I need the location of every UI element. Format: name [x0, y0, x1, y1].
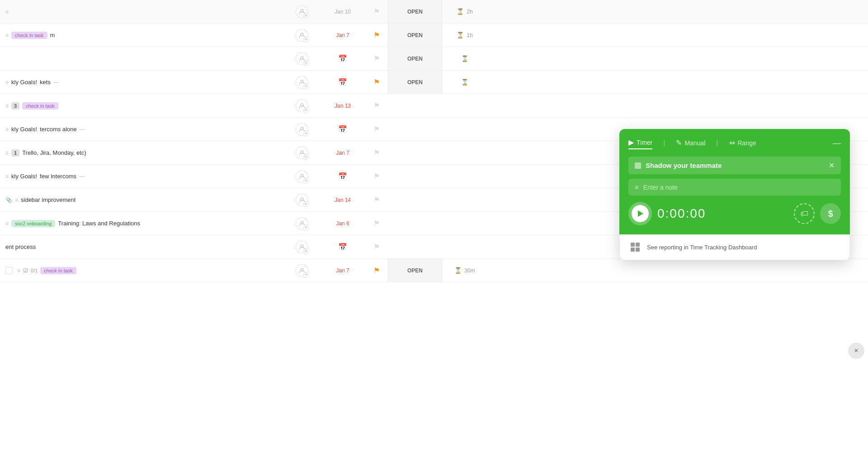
tab-timer-label: Timer [637, 139, 652, 146]
task-name-area: ≡3check in task [4, 102, 284, 110]
task-section-menu[interactable]: — [80, 126, 85, 133]
priority-flag-icon[interactable]: ⚑ [373, 196, 380, 204]
task-name-area: ≡kly Goals!few Intercoms— [4, 173, 284, 180]
timer-task-close-button[interactable]: ✕ [829, 161, 835, 170]
timer-billable-button[interactable]: $ [820, 203, 841, 224]
time-estimate: 1h [467, 32, 472, 38]
timer-tag-button[interactable]: 🏷 [794, 203, 815, 224]
row-menu-icon[interactable]: ≡ [5, 103, 9, 109]
calendar-icon[interactable]: 📅 [338, 243, 347, 251]
calendar-icon[interactable]: 📅 [338, 125, 347, 133]
priority-flag-icon[interactable]: ⚑ [373, 266, 380, 275]
assignee-avatar[interactable]: + [296, 123, 308, 136]
date-column: Jan 10 [320, 9, 365, 15]
grid-cell-4 [636, 248, 640, 252]
tab-timer[interactable]: ▶ Timer [628, 136, 652, 149]
calendar-icon[interactable]: 📅 [338, 55, 347, 62]
assignee-avatar[interactable]: + [296, 76, 308, 89]
date-column: Jan 7 [320, 32, 365, 38]
add-assignee-plus: + [303, 131, 309, 136]
assignee-avatar[interactable]: + [296, 264, 308, 277]
task-status-square [635, 162, 641, 169]
tab-range[interactable]: ⇔ Range [729, 137, 756, 149]
manual-edit-icon: ✎ [676, 138, 682, 147]
flag-column: ⚑ [365, 243, 388, 251]
flag-column: ⚑ [365, 266, 388, 275]
priority-flag-icon[interactable]: ⚑ [373, 172, 380, 181]
status-column[interactable]: OPEN [388, 47, 442, 70]
task-name-text: Training: Laws and Regulations [58, 220, 140, 227]
priority-flag-icon[interactable]: ⚑ [373, 54, 380, 63]
status-column[interactable]: OPEN [388, 71, 442, 94]
row-menu-icon[interactable]: ≡ [5, 9, 9, 15]
row-menu-icon[interactable]: ≡ [5, 150, 9, 156]
assignee-avatar[interactable]: + [296, 194, 308, 206]
time-column: ⏳30m [442, 267, 487, 274]
row-menu-icon[interactable]: ≡ [15, 197, 18, 203]
row-menu-icon[interactable]: ≡ [5, 173, 9, 180]
tab-manual[interactable]: ✎ Manual [676, 137, 705, 149]
priority-flag-icon[interactable]: ⚑ [373, 125, 380, 134]
assignee-avatar[interactable]: + [296, 52, 308, 65]
status-column[interactable]: OPEN [388, 24, 442, 47]
timer-start-button[interactable] [628, 202, 652, 225]
task-section-menu[interactable]: — [53, 79, 59, 86]
assignee-avatar[interactable]: + [296, 217, 308, 230]
grid-cell-3 [631, 248, 635, 252]
task-badge: check in task [11, 32, 47, 39]
row-checkbox[interactable] [5, 267, 13, 274]
assignee-avatar[interactable]: + [296, 100, 308, 112]
priority-flag-icon[interactable]: ⚑ [373, 219, 380, 228]
timer-note-input[interactable] [643, 184, 835, 191]
assignee-avatar[interactable]: + [296, 147, 308, 159]
calendar-icon[interactable]: 📅 [338, 78, 347, 86]
time-column: ⏳1h [442, 32, 487, 38]
add-assignee-plus: + [303, 272, 309, 277]
timer-popup: ▶ Timer | ✎ Manual | ⇔ Range — Shadow yo… [619, 129, 850, 260]
add-assignee-plus: + [303, 178, 309, 183]
task-due-date: Jan 6 [336, 220, 349, 227]
assignee-column: + [284, 100, 320, 112]
row-menu-icon[interactable]: ≡ [5, 32, 9, 38]
row-menu-icon[interactable]: ≡ [5, 79, 9, 86]
hourglass-icon: ⌛ [461, 79, 468, 86]
task-due-date: Jan 7 [336, 267, 349, 274]
task-list: ≡+Jan 10⚑OPEN⏳2h≡check in taskm+Jan 7⚑OP… [0, 0, 868, 453]
calendar-icon[interactable]: 📅 [338, 172, 347, 180]
assignee-column: + [284, 29, 320, 42]
tab-manual-label: Manual [684, 139, 705, 147]
status-column[interactable]: OPEN [388, 259, 442, 282]
assignee-avatar[interactable]: + [296, 5, 308, 18]
task-section-label: kets [40, 79, 51, 86]
task-row: ≡3check in task+Jan 13⚑ [0, 94, 868, 118]
minimize-button[interactable]: — [833, 139, 841, 147]
timer-time-display: 0:00:00 [657, 206, 788, 221]
timer-note-row[interactable]: ≡ [628, 179, 841, 196]
hourglass-icon: ⌛ [461, 55, 468, 62]
assignee-column: + [284, 264, 320, 277]
priority-flag-icon[interactable]: ⚑ [373, 148, 380, 157]
priority-flag-icon[interactable]: ⚑ [373, 243, 380, 251]
status-column[interactable]: OPEN [388, 0, 442, 23]
close-popup-button[interactable]: × [848, 343, 864, 359]
assignee-avatar[interactable]: + [296, 29, 308, 42]
assignee-column: + [284, 5, 320, 18]
priority-flag-icon[interactable]: ⚑ [373, 31, 380, 39]
task-badge: check in task [40, 267, 76, 274]
row-menu-icon[interactable]: ≡ [5, 126, 9, 133]
task-section-menu[interactable]: — [79, 173, 85, 180]
row-menu-icon[interactable]: ≡ [5, 220, 9, 227]
timer-bottom-section: See reporting in Time Tracking Dashboard [619, 234, 850, 260]
row-menu-icon[interactable]: ≡ [17, 267, 20, 274]
dashboard-grid-icon [631, 243, 640, 252]
priority-flag-icon[interactable]: ⚑ [373, 78, 380, 86]
flag-column: ⚑ [365, 101, 388, 110]
dashboard-link[interactable]: See reporting in Time Tracking Dashboard [647, 244, 757, 251]
dashboard-icon [629, 241, 642, 253]
time-column: ⌛ [442, 79, 487, 86]
assignee-avatar[interactable]: + [296, 241, 308, 253]
assignee-avatar[interactable]: + [296, 170, 308, 183]
priority-flag-icon[interactable]: ⚑ [373, 101, 380, 110]
priority-flag-icon[interactable]: ⚑ [373, 7, 380, 16]
time-estimate: 2h [467, 9, 472, 15]
